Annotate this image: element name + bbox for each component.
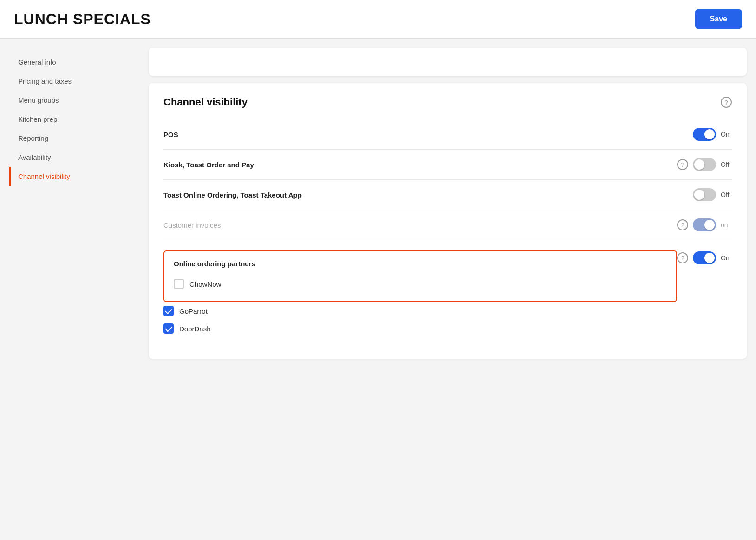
sidebar-item-reporting[interactable]: Reporting — [9, 129, 139, 148]
toggle-thumb-partners — [704, 253, 715, 263]
partner-row-goparrot: GoParrot — [163, 302, 677, 320]
page-title: LUNCH SPECIALS — [14, 11, 151, 28]
toggle-label-partners: On — [721, 254, 732, 262]
toggle-toast-online[interactable] — [693, 188, 716, 201]
channel-right-pos: On — [693, 128, 732, 141]
main-layout: General infoPricing and taxesMenu groups… — [0, 39, 756, 540]
partners-content: Online ordering partners ChowNow GoParr — [163, 250, 677, 337]
channel-right-kiosk: ? Off — [677, 158, 732, 171]
page-header: LUNCH SPECIALS Save — [0, 0, 756, 39]
toggle-thumb-pos — [704, 129, 715, 139]
toggle-track-customer-invoices — [693, 218, 716, 231]
toggle-label-pos: On — [721, 131, 732, 138]
card-title: Channel visibility — [163, 96, 248, 108]
toggle-partners[interactable] — [693, 251, 716, 264]
channel-row-partners: Online ordering partners ChowNow GoParr — [163, 240, 732, 346]
channel-right-customer-invoices: ? on — [677, 218, 732, 231]
sidebar-item-general-info[interactable]: General info — [9, 53, 139, 72]
partner-row-chownow: ChowNow — [174, 275, 667, 293]
channel-right-toast-online: Off — [693, 188, 732, 201]
partners-label: Online ordering partners — [174, 260, 255, 268]
channel-label-customer-invoices: Customer invoices — [163, 221, 221, 229]
channel-label-toast-online: Toast Online Ordering, Toast Takeout App — [163, 191, 302, 199]
toggle-label-customer-invoices: on — [721, 221, 732, 229]
toggle-thumb-customer-invoices — [704, 220, 715, 230]
partners-help-icon[interactable]: ? — [677, 252, 688, 263]
partners-toggle-right: ? On — [677, 251, 732, 264]
toggle-label-kiosk: Off — [721, 161, 732, 168]
sidebar-item-kitchen-prep[interactable]: Kitchen prep — [9, 110, 139, 129]
sidebar: General infoPricing and taxesMenu groups… — [9, 48, 139, 532]
channel-label-kiosk: Kiosk, Toast Order and Pay — [163, 161, 254, 169]
kiosk-help-icon[interactable]: ? — [677, 159, 688, 170]
toggle-track-toast-online — [693, 188, 716, 201]
channel-row-kiosk: Kiosk, Toast Order and Pay ? Off — [163, 150, 732, 180]
top-card — [149, 48, 747, 76]
toggle-label-toast-online: Off — [721, 191, 732, 198]
partner-name-goparrot: GoParrot — [179, 307, 208, 315]
save-button[interactable]: Save — [695, 9, 742, 29]
channel-label-pos: POS — [163, 131, 178, 138]
partners-header: Online ordering partners — [174, 260, 667, 268]
toggle-track-partners — [693, 251, 716, 264]
channel-row-customer-invoices: Customer invoices ? on — [163, 210, 732, 240]
card-header: Channel visibility ? — [163, 96, 732, 108]
customer-invoices-help-icon[interactable]: ? — [677, 219, 688, 230]
toggle-customer-invoices[interactable] — [693, 218, 716, 231]
toggle-kiosk[interactable] — [693, 158, 716, 171]
main-content: Channel visibility ? POS On — [149, 48, 747, 532]
toggle-thumb-kiosk — [694, 159, 704, 170]
sidebar-item-menu-groups[interactable]: Menu groups — [9, 91, 139, 110]
channel-row-pos: POS On — [163, 119, 732, 150]
sidebar-item-availability[interactable]: Availability — [9, 148, 139, 167]
toggle-track-kiosk — [693, 158, 716, 171]
partner-name-chownow: ChowNow — [189, 280, 221, 288]
partners-section: Online ordering partners ChowNow — [163, 250, 677, 302]
toggle-pos[interactable] — [693, 128, 716, 141]
channel-row-toast-online: Toast Online Ordering, Toast Takeout App… — [163, 180, 732, 210]
partner-name-doordash: DoorDash — [179, 325, 211, 333]
toggle-track-pos — [693, 128, 716, 141]
checkbox-goparrot[interactable] — [163, 306, 174, 316]
card-help-icon[interactable]: ? — [721, 97, 732, 108]
channel-visibility-card: Channel visibility ? POS On — [149, 83, 747, 359]
partner-row-doordash: DoorDash — [163, 320, 677, 337]
sidebar-item-channel-visibility[interactable]: Channel visibility — [9, 167, 139, 186]
toggle-thumb-toast-online — [694, 190, 704, 200]
checkbox-chownow[interactable] — [174, 279, 184, 289]
sidebar-item-pricing-taxes[interactable]: Pricing and taxes — [9, 72, 139, 91]
checkbox-doordash[interactable] — [163, 323, 174, 334]
